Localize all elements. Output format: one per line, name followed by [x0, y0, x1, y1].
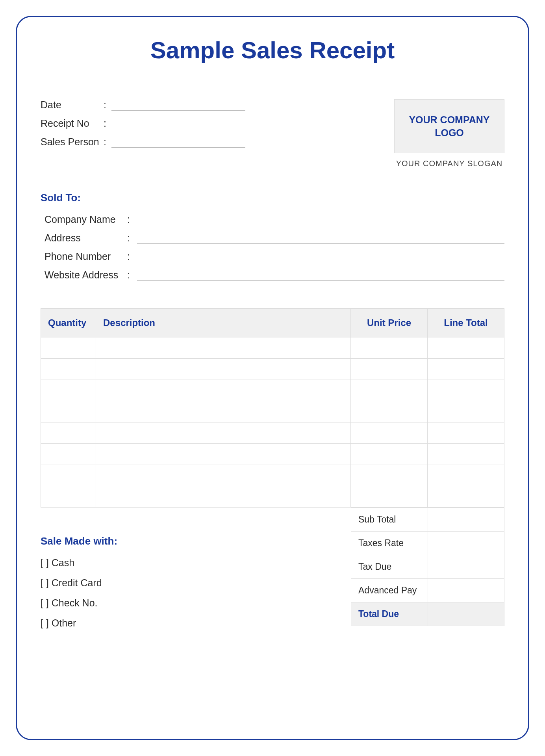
table-cell[interactable] [428, 444, 504, 465]
totals-row: Tax Due [351, 555, 504, 579]
table-cell[interactable] [96, 359, 351, 380]
table-cell[interactable] [351, 337, 428, 359]
col-header-description: Description [96, 309, 351, 337]
payment-option[interactable]: [ ] Check No. [41, 597, 198, 609]
field-input-line[interactable] [137, 271, 504, 281]
totals-table: Sub TotalTaxes RateTax DueAdvanced PayTo… [351, 508, 504, 626]
table-cell[interactable] [351, 444, 428, 465]
table-cell[interactable] [351, 422, 428, 444]
sold-address: Address : [44, 232, 504, 244]
table-cell[interactable] [96, 444, 351, 465]
payment-option[interactable]: [ ] Other [41, 617, 198, 629]
field-sales-person: Sales Person : [41, 136, 245, 148]
totals-row: Sub Total [351, 508, 504, 532]
total-due-label: Total Due [351, 602, 428, 626]
table-cell[interactable] [351, 401, 428, 422]
field-colon: : [127, 214, 137, 225]
header-section: Date : Receipt No : Sales Person : YOUR [41, 99, 504, 168]
items-table-body [41, 337, 504, 508]
payment-option[interactable]: [ ] Credit Card [41, 577, 198, 589]
table-cell[interactable] [96, 401, 351, 422]
table-cell[interactable] [428, 401, 504, 422]
totals-row: Advanced Pay [351, 579, 504, 602]
totals-label: Taxes Rate [351, 532, 428, 555]
table-cell[interactable] [96, 486, 351, 508]
totals-value[interactable] [428, 508, 504, 532]
totals-value[interactable] [428, 532, 504, 555]
field-input-line[interactable] [137, 234, 504, 244]
table-row [41, 465, 504, 486]
page-title: Sample Sales Receipt [41, 37, 504, 64]
bottom-section: Sale Made with: [ ] Cash[ ] Credit Card[… [41, 519, 504, 637]
table-cell[interactable] [351, 486, 428, 508]
field-colon: : [127, 232, 137, 244]
totals-label: Sub Total [351, 508, 428, 532]
table-row [41, 486, 504, 508]
field-label: Address [44, 232, 127, 244]
totals-row-total-due: Total Due [351, 602, 504, 626]
table-cell[interactable] [351, 465, 428, 486]
field-input-line[interactable] [137, 216, 504, 225]
field-date: Date : [41, 99, 245, 111]
total-due-value[interactable] [428, 602, 504, 626]
table-cell[interactable] [428, 465, 504, 486]
table-cell[interactable] [41, 380, 96, 401]
logo-text-line2: LOGO [402, 126, 496, 139]
table-cell[interactable] [41, 337, 96, 359]
field-label: Date [41, 99, 104, 111]
field-colon: : [104, 136, 111, 148]
table-cell[interactable] [428, 422, 504, 444]
table-cell[interactable] [96, 465, 351, 486]
field-label: Website Address [44, 269, 127, 281]
col-header-unit-price: Unit Price [351, 309, 428, 337]
header-logo-area: YOUR COMPANY LOGO YOUR COMPANY SLOGAN [394, 99, 504, 168]
col-header-line-total: Line Total [428, 309, 504, 337]
table-cell[interactable] [41, 401, 96, 422]
table-cell[interactable] [41, 465, 96, 486]
totals-row: Taxes Rate [351, 532, 504, 555]
table-row [41, 422, 504, 444]
table-cell[interactable] [428, 380, 504, 401]
table-cell[interactable] [351, 380, 428, 401]
field-label: Receipt No [41, 118, 104, 129]
sold-to-title: Sold To: [41, 192, 504, 204]
table-row [41, 337, 504, 359]
table-cell[interactable] [428, 486, 504, 508]
header-fields: Date : Receipt No : Sales Person : [41, 99, 245, 155]
totals-section: Sub TotalTaxes RateTax DueAdvanced PayTo… [351, 519, 504, 626]
table-row [41, 401, 504, 422]
table-cell[interactable] [428, 359, 504, 380]
company-slogan: YOUR COMPANY SLOGAN [394, 159, 504, 168]
field-label: Phone Number [44, 251, 127, 262]
field-label: Company Name [44, 214, 127, 225]
table-cell[interactable] [351, 359, 428, 380]
totals-value[interactable] [428, 579, 504, 602]
field-input-line[interactable] [137, 253, 504, 262]
table-cell[interactable] [96, 337, 351, 359]
field-label: Sales Person [41, 136, 104, 148]
company-logo-placeholder: YOUR COMPANY LOGO [394, 99, 504, 153]
table-cell[interactable] [41, 422, 96, 444]
payment-option[interactable]: [ ] Cash [41, 557, 198, 569]
table-cell[interactable] [41, 486, 96, 508]
payment-section: Sale Made with: [ ] Cash[ ] Credit Card[… [41, 519, 198, 637]
field-input-line[interactable] [111, 138, 245, 148]
table-header-row: Quantity Description Unit Price Line Tot… [41, 309, 504, 337]
field-receipt-no: Receipt No : [41, 118, 245, 129]
sold-phone: Phone Number : [44, 251, 504, 262]
document-frame: Sample Sales Receipt Date : Receipt No :… [16, 16, 529, 740]
sold-company-name: Company Name : [44, 214, 504, 225]
table-row [41, 444, 504, 465]
table-cell[interactable] [96, 422, 351, 444]
field-colon: : [127, 251, 137, 262]
table-cell[interactable] [41, 359, 96, 380]
field-input-line[interactable] [111, 120, 245, 129]
field-input-line[interactable] [111, 101, 245, 111]
field-colon: : [104, 118, 111, 129]
table-cell[interactable] [41, 444, 96, 465]
table-cell[interactable] [96, 380, 351, 401]
totals-value[interactable] [428, 555, 504, 579]
logo-text-line1: YOUR COMPANY [402, 113, 496, 126]
table-cell[interactable] [428, 337, 504, 359]
payment-title: Sale Made with: [41, 535, 198, 547]
